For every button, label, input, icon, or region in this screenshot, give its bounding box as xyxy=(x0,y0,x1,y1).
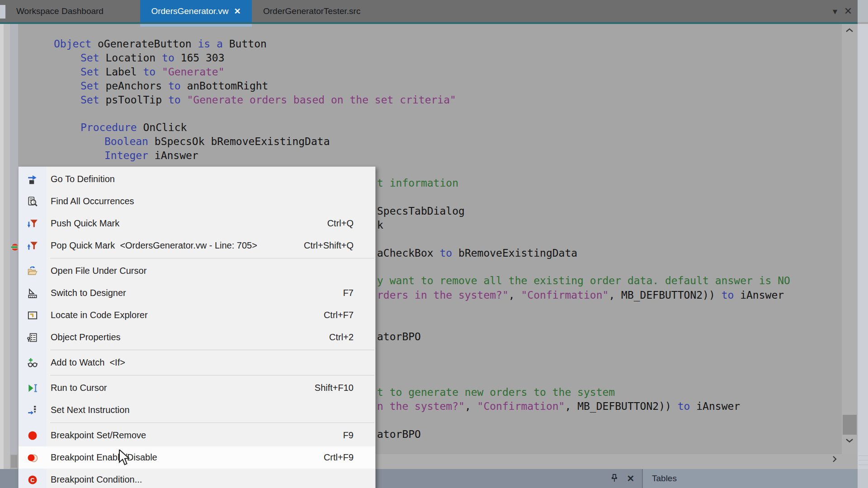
tables-panel-tab[interactable]: Tables xyxy=(643,469,858,488)
menu-item-open-file-under-cursor[interactable]: Open File Under Cursor xyxy=(19,260,375,282)
menu-separator xyxy=(19,421,375,424)
menu-item-label: Push Quick Mark xyxy=(47,218,327,229)
menu-item-label: Locate in Code Explorer xyxy=(47,310,324,320)
menu-item-object-properties[interactable]: Object PropertiesCtrl+2 xyxy=(19,326,375,348)
menu-item-find-all-occurrences[interactable]: Find All Occurrences xyxy=(19,190,375,212)
go-to-definition-icon xyxy=(19,174,47,185)
breakpoint-set-remove-icon xyxy=(19,430,47,441)
menu-item-go-to-definition[interactable]: Go To Definition xyxy=(19,168,375,190)
svg-text:C: C xyxy=(30,476,35,483)
menu-item-shortcut: Ctrl+Q xyxy=(327,218,375,229)
menu-item-shortcut: Shift+F10 xyxy=(315,383,375,393)
add-to-watch-icon xyxy=(19,357,47,369)
tab-bar-corner-chip xyxy=(0,5,5,19)
menu-item-label: Breakpoint Enable/Disable xyxy=(47,452,324,463)
menu-item-push-quick-mark[interactable]: Push Quick MarkCtrl+Q xyxy=(19,212,375,235)
run-to-cursor-icon xyxy=(19,382,47,394)
tab-ordergeneratortester[interactable]: OrderGeneratorTester.src xyxy=(263,0,360,22)
menu-item-breakpoint-condition[interactable]: CBreakpoint Condition... xyxy=(19,469,375,488)
menu-item-shortcut: Ctrl+Shift+Q xyxy=(304,240,375,251)
right-panel-row-line xyxy=(859,455,868,456)
mouse-cursor xyxy=(118,450,130,469)
push-quick-mark-icon xyxy=(19,218,47,230)
menu-item-label: Go To Definition xyxy=(47,174,354,184)
switch-to-designer-icon xyxy=(19,287,47,299)
menu-separator xyxy=(19,374,375,377)
menu-item-shortcut: Crtl+F9 xyxy=(324,452,375,463)
context-menu: Go To DefinitionFind All OccurrencesPush… xyxy=(18,166,376,488)
menu-item-label: Switch to Designer xyxy=(47,288,343,298)
menu-item-locate-in-code-explorer[interactable]: Locate in Code ExplorerCtrl+F7 xyxy=(19,304,375,326)
menu-item-label: Add to Watch <If> xyxy=(47,357,354,368)
menu-item-label: Set Next Instruction xyxy=(47,405,354,415)
menu-item-shortcut: F9 xyxy=(343,430,375,441)
open-file-under-cursor-icon xyxy=(19,265,47,277)
left-scroll-strip[interactable] xyxy=(4,22,10,469)
pin-icon[interactable] xyxy=(609,472,620,485)
menu-item-shortcut: Ctrl+F7 xyxy=(324,310,375,320)
right-panel-edge xyxy=(858,24,868,469)
menu-item-breakpoint-set-remove[interactable]: Breakpoint Set/RemoveF9 xyxy=(19,424,375,446)
menu-item-pop-quick-mark-ordersgenerator-vw-line-705[interactable]: Pop Quick Mark <OrdersGenerator.vw - Lin… xyxy=(19,235,375,257)
chevron-up-icon[interactable] xyxy=(844,26,855,34)
menu-item-set-next-instruction[interactable]: Set Next Instruction xyxy=(19,399,375,421)
chevron-down-icon[interactable]: ▾ xyxy=(829,0,841,22)
tab-bar-underline xyxy=(0,22,858,24)
menu-item-run-to-cursor[interactable]: Run to CursorShift+F10 xyxy=(19,377,375,399)
tab-label: OrdersGenerator.vw xyxy=(151,6,228,16)
menu-item-label: Open File Under Cursor xyxy=(47,266,354,276)
bottom-bar-right-corner xyxy=(858,469,868,488)
menu-item-breakpoint-enable-disable[interactable]: Breakpoint Enable/DisableCrtl+F9 xyxy=(19,446,375,469)
close-icon[interactable]: ✕ xyxy=(842,0,854,22)
tab-workspace-dashboard[interactable]: Workspace Dashboard xyxy=(16,0,104,22)
menu-item-label: Breakpoint Set/Remove xyxy=(47,430,343,441)
right-panel-row-line xyxy=(859,460,868,460)
menu-item-add-to-watch-if[interactable]: Add to Watch <If> xyxy=(19,352,375,374)
tab-bar-right-corner xyxy=(858,0,868,22)
menu-item-label: Run to Cursor xyxy=(47,383,315,393)
vertical-scrollbar[interactable] xyxy=(842,22,858,454)
set-next-instruction-icon xyxy=(19,404,47,416)
active-tab-highlight-strip xyxy=(140,24,252,27)
breakpoint-gutter[interactable] xyxy=(10,24,18,454)
menu-item-label: Find All Occurrences xyxy=(47,196,354,206)
right-panel-row-line xyxy=(859,465,868,465)
horizontal-scrollbar-thumb[interactable] xyxy=(11,455,17,468)
menu-item-shortcut: Ctrl+2 xyxy=(329,332,375,343)
menu-item-label: Pop Quick Mark <OrdersGenerator.vw - Lin… xyxy=(47,240,304,251)
breakpoint-enable-disable-icon xyxy=(19,452,47,464)
menu-item-label: Object Properties xyxy=(47,332,329,343)
tables-panel-label: Tables xyxy=(643,474,677,483)
locate-in-code-explorer-icon xyxy=(19,310,47,321)
pop-quick-mark-icon xyxy=(19,240,47,252)
object-properties-icon xyxy=(19,332,47,343)
chevron-down-scroll-icon[interactable] xyxy=(844,436,855,445)
editor-tab-bar: Workspace Dashboard OrdersGenerator.vw ✕… xyxy=(0,0,868,22)
menu-item-switch-to-designer[interactable]: Switch to DesignerF7 xyxy=(19,282,375,304)
left-panel-edge xyxy=(0,22,4,469)
tab-ordersgenerator-active[interactable]: OrdersGenerator.vw ✕ xyxy=(140,0,252,22)
vertical-scrollbar-thumb[interactable] xyxy=(843,415,857,435)
breakpoint-bookmark-margin-icon xyxy=(11,241,19,255)
menu-item-shortcut: F7 xyxy=(343,288,375,298)
menu-separator xyxy=(19,348,375,352)
chevron-right-icon[interactable] xyxy=(829,454,840,465)
menu-separator xyxy=(19,257,375,260)
find-all-occurrences-icon xyxy=(19,196,47,207)
menu-item-label: Breakpoint Condition... xyxy=(47,474,354,485)
tab-close-icon[interactable]: ✕ xyxy=(234,6,241,16)
breakpoint-condition-icon: C xyxy=(19,474,47,486)
panel-close-icon[interactable]: ✕ xyxy=(625,474,636,483)
